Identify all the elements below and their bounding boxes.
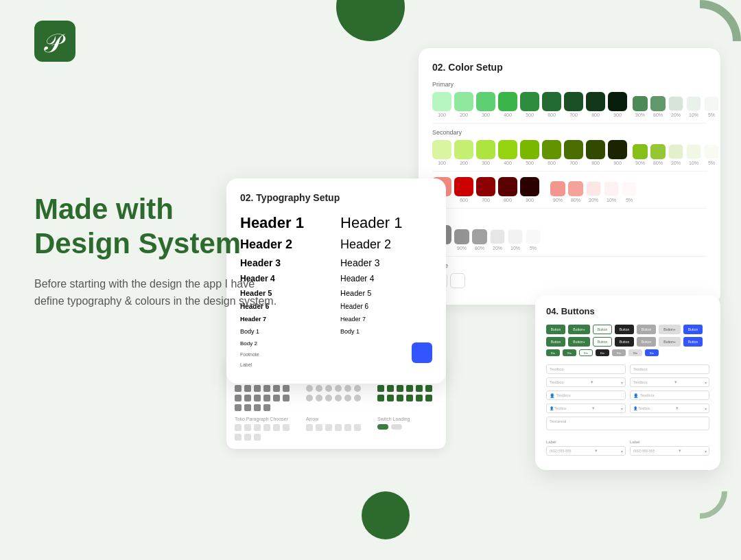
btn-row-2: Button Button+ Button Button Button Butt… [546, 337, 709, 347]
buttons-card-title: 04. Buttons [546, 306, 709, 316]
typo-body1-right: Body 1 [340, 328, 432, 335]
secondary-color-row: 100 200 300 400 500 600 700 800 900 90% … [432, 140, 707, 165]
hero-content: Made with Design System Before starting … [34, 192, 281, 310]
form-select-icon-1[interactable]: 👤 Textbox▾ [546, 404, 626, 413]
typo-h2-regular: Header 2 [340, 237, 432, 252]
btn-green-3[interactable]: Button [546, 337, 565, 347]
cards-area: 02. Color Setup Primary 100 200 300 400 … [226, 27, 741, 549]
form-select-2[interactable]: Textbox▾ [630, 377, 709, 387]
btn-dark-2[interactable]: Button [615, 337, 634, 347]
typo-row-h7: Header 7 Header 7 [240, 313, 432, 325]
btn-row-1: Button Button+ Button Button Button Butt… [546, 325, 709, 334]
btn-sm-7[interactable]: Btn [645, 349, 659, 356]
icon-columns-2: Toko Paragraph Chooser Arrow Switch Load… [235, 417, 438, 441]
typo-label: Label [240, 362, 432, 367]
logo: 𝒫 [34, 21, 75, 65]
btn-light-2[interactable]: Button+ [659, 337, 681, 347]
typo-row-body1: Body 1 Body 1 [240, 325, 432, 338]
icon-col-switch: Switch Loading [377, 417, 438, 421]
typo-row-body2: Body 2 [240, 338, 432, 349]
icon-dots-plain [235, 385, 295, 411]
icon-dots-style [306, 385, 366, 401]
icon-dots-primary [377, 385, 438, 401]
form-select-1[interactable]: Textbox▾ [546, 377, 626, 387]
btn-blue-2[interactable]: Button [683, 337, 703, 347]
typo-h3-regular: Header 3 [340, 257, 432, 268]
btn-gray-1[interactable]: Button [637, 325, 656, 334]
form-label-row: Label Label [546, 434, 709, 446]
btn-green-4[interactable]: Button+ [568, 337, 590, 347]
primary-color-row: 100 200 300 400 500 600 700 800 900 90% … [432, 92, 707, 117]
accent-color-row: 500 600 700 800 900 90% 80% 20% 10% 5% [432, 177, 707, 202]
typo-h4-regular: Header 4 [340, 274, 432, 283]
btn-sm-5[interactable]: Btn [612, 349, 626, 356]
blue-accent-rect [412, 342, 432, 363]
btn-outline-2[interactable]: Button [593, 337, 612, 347]
primary-label: Primary [432, 81, 707, 88]
typo-row-footnote: Footnote [240, 349, 432, 360]
form-phone-2[interactable]: (602) 555-555▾ [630, 446, 709, 456]
icon-dots-arrow [306, 424, 366, 431]
typo-footnote: Footnote [240, 352, 432, 357]
gray-label: Gray [432, 214, 707, 221]
color-card-title: 02. Color Setup [432, 62, 707, 73]
icon-col-arrow: Arrow [306, 417, 366, 421]
sub-description: Before starting with the design the app … [34, 275, 281, 310]
main-heading: Made with Design System [34, 192, 281, 261]
form-label-right: Label [630, 440, 640, 444]
form-row-phone: (602) 555-555▾ (602) 555-555▾ [546, 446, 709, 456]
gray-color-row: 500 90% 80% 20% 10% 5% [432, 225, 707, 250]
typo-h6-regular: Header 6 [340, 303, 432, 310]
icon-dots-switch [377, 424, 438, 430]
white-label: White [432, 262, 707, 269]
btn-dark-1[interactable]: Button [615, 325, 634, 334]
form-textarea[interactable]: Textareal [546, 417, 709, 430]
deco-circle-bottom [362, 491, 410, 539]
btn-sm-3[interactable]: Btn [579, 349, 593, 356]
typo-h5-regular: Header 5 [340, 289, 432, 297]
btn-outline-1[interactable]: Button [593, 325, 612, 334]
form-phone-1[interactable]: (602) 555-555▾ [546, 446, 626, 456]
form-row-4: 👤 Textbox▾ 👤 Textbox▾ [546, 404, 709, 413]
form-input-icon-2[interactable]: 👤Textbox [630, 390, 709, 400]
typo-h7-regular: Header 7 [340, 316, 432, 323]
card-color-setup: 02. Color Setup Primary 100 200 300 400 … [419, 48, 720, 305]
btn-sm-2[interactable]: Btn [563, 349, 576, 356]
form-select-icon-2[interactable]: 👤 Textbox▾ [630, 404, 709, 413]
btn-row-3: Btn Btn Btn Btn Btn Btn Btn [546, 349, 709, 356]
form-input-2[interactable]: Textbox [630, 364, 709, 374]
btn-blue-1[interactable]: Button [683, 325, 703, 334]
form-row-1: Textbox Textbox [546, 364, 709, 374]
typo-body2: Body 2 [240, 340, 432, 347]
btn-light-1[interactable]: Button+ [659, 325, 681, 334]
btn-green-2[interactable]: Button+ [568, 325, 590, 334]
btn-green-1[interactable]: Button [546, 325, 565, 334]
typo-h1-regular: Header 1 [340, 214, 432, 232]
btn-sm-6[interactable]: Btn [628, 349, 642, 356]
form-input-1[interactable]: Textbox [546, 364, 626, 374]
icon-col-para: Toko Paragraph Chooser [235, 417, 295, 421]
white-color-row [432, 273, 707, 288]
btn-gray-2[interactable]: Button [637, 337, 656, 347]
form-input-icon-1[interactable]: 👤Textbox [546, 390, 626, 400]
typo-row-label: Label [240, 360, 432, 370]
form-row-3: 👤Textbox 👤Textbox [546, 390, 709, 400]
btn-sm-4[interactable]: Btn [596, 349, 609, 356]
form-label-left: Label [546, 440, 556, 444]
btn-sm-1[interactable]: Btn [546, 349, 560, 356]
form-row-2: Textbox▾ Textbox▾ [546, 377, 709, 387]
card-buttons: 04. Buttons Button Button+ Button Button… [535, 295, 720, 470]
icon-dots-para [235, 424, 295, 441]
typo-body1: Body 1 [240, 328, 332, 335]
typo-h7-bold: Header 7 [240, 316, 332, 323]
secondary-label: Secondary [432, 129, 707, 136]
